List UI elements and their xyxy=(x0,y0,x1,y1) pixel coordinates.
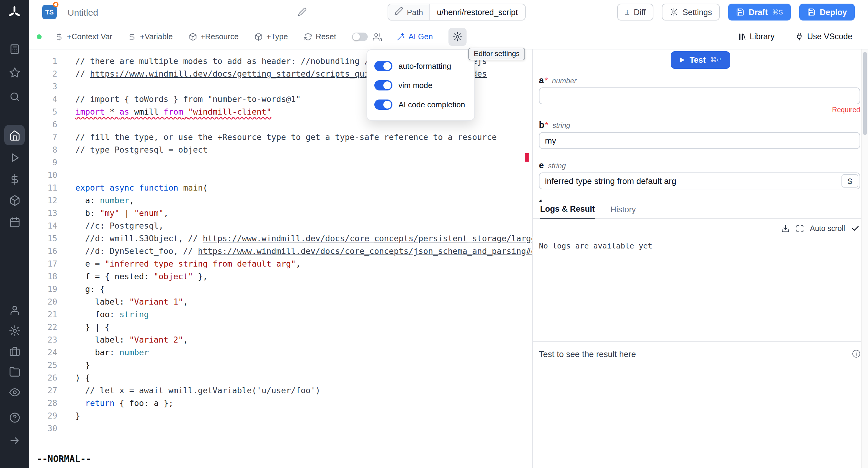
favorites-star-icon[interactable] xyxy=(8,66,21,79)
code-line[interactable]: 19 g: { xyxy=(29,283,532,295)
settings-button[interactable]: Settings xyxy=(662,4,720,21)
code-line[interactable]: 18 f = { nested: "object" }, xyxy=(29,270,532,283)
info-icon[interactable] xyxy=(852,349,861,358)
code-line[interactable]: 9 xyxy=(29,156,532,169)
field-b-type: string xyxy=(553,121,570,130)
code-line[interactable]: 24 bar: number xyxy=(29,346,532,359)
code-line[interactable]: 8// type Postgresql = object xyxy=(29,144,532,156)
code-line[interactable]: 21 foo: string xyxy=(29,308,532,321)
library-button[interactable]: Library xyxy=(738,32,775,41)
pencil-icon xyxy=(394,7,403,18)
tab-history[interactable]: History xyxy=(611,205,636,218)
context-var-label: +Context Var xyxy=(67,32,113,41)
line-number: 23 xyxy=(29,333,57,346)
auto-formatting-toggle[interactable] xyxy=(374,61,393,71)
add-context-var-button[interactable]: +Context Var xyxy=(55,32,113,41)
dollar-icon xyxy=(128,32,136,41)
deploy-icon xyxy=(807,8,815,16)
field-b-input[interactable] xyxy=(539,132,860,149)
code-line[interactable]: 30 xyxy=(29,422,532,435)
windmill-logo-icon[interactable] xyxy=(7,5,22,20)
variables-icon[interactable] xyxy=(8,173,21,185)
resources-box-icon[interactable] xyxy=(8,194,21,206)
code-line[interactable]: 15 //d: wmill.S3Object, // https://www.w… xyxy=(29,232,532,245)
tab-logs-result[interactable]: Logs & Result xyxy=(540,204,595,219)
workers-briefcase-icon[interactable] xyxy=(8,345,21,357)
field-a-input[interactable] xyxy=(539,87,860,104)
audit-eye-icon[interactable] xyxy=(8,386,21,398)
search-icon[interactable] xyxy=(8,90,21,103)
path-value[interactable]: u/henri/restored_script xyxy=(430,7,525,17)
help-icon[interactable] xyxy=(8,411,21,423)
topbar-actions: ± Diff Settings Draft ⌘S Deploy xyxy=(617,4,855,21)
setting-vim-mode: vim mode xyxy=(374,76,467,95)
auto-formatting-label: auto-formatting xyxy=(398,61,451,70)
code-line[interactable]: 16 //d: DynSelect_foo, // https://www.wi… xyxy=(29,245,532,258)
add-variable-button[interactable]: +Variable xyxy=(128,32,173,41)
expand-sidebar-arrow-icon[interactable] xyxy=(8,434,21,446)
add-resource-button[interactable]: +Resource xyxy=(188,32,239,41)
code-line[interactable]: 13 b: "my" | "enum", xyxy=(29,207,532,220)
script-title: Untitled xyxy=(67,7,98,18)
test-button[interactable]: Test ⌘↵ xyxy=(671,51,730,69)
folders-icon[interactable] xyxy=(8,365,21,378)
code-line[interactable]: 17 e = "inferred type string from defaul… xyxy=(29,258,532,270)
field-e-input[interactable] xyxy=(539,173,860,189)
code-line[interactable]: 29} xyxy=(29,409,532,422)
code-line[interactable]: 14 //c: Postgresql, xyxy=(29,220,532,232)
result-area: Test to see the result here xyxy=(533,341,868,359)
user-icon[interactable] xyxy=(8,304,21,316)
field-a-name: a xyxy=(539,75,544,85)
settings-label: Settings xyxy=(683,7,712,17)
line-number: 25 xyxy=(29,359,57,372)
line-number: 27 xyxy=(29,384,57,397)
deploy-button[interactable]: Deploy xyxy=(799,4,855,21)
settings-gear-icon[interactable] xyxy=(8,324,21,337)
download-logs-icon[interactable] xyxy=(781,224,789,233)
code-line[interactable]: 26) { xyxy=(29,372,532,384)
code-line[interactable]: 7// fill the type, or use the +Resource … xyxy=(29,131,532,144)
draft-kbd: ⌘S xyxy=(772,8,783,16)
box-icon xyxy=(254,32,263,41)
code-line[interactable]: 11export async function main( xyxy=(29,181,532,194)
diff-button[interactable]: ± Diff xyxy=(617,4,653,21)
path-chip[interactable]: Path u/henri/restored_script xyxy=(388,4,526,21)
ai-completion-toggle[interactable] xyxy=(374,99,393,110)
path-edit-button[interactable]: Path xyxy=(388,4,430,20)
vim-mode-toggle[interactable] xyxy=(374,80,393,90)
apps-icon[interactable] xyxy=(8,43,21,55)
code-line[interactable]: 25 } xyxy=(29,359,532,372)
code-line[interactable]: 22 } | { xyxy=(29,321,532,333)
gear-icon xyxy=(670,8,678,16)
line-number: 6 xyxy=(29,118,57,131)
use-vscode-button[interactable]: Use VScode xyxy=(795,32,852,41)
runs-icon[interactable] xyxy=(8,151,21,164)
editor-settings-button[interactable] xyxy=(448,27,467,46)
line-number: 14 xyxy=(29,220,57,232)
expand-logs-icon[interactable] xyxy=(795,224,804,233)
draft-button[interactable]: Draft ⌘S xyxy=(728,4,791,21)
required-marker: * xyxy=(545,76,548,85)
code-line[interactable]: 23 label: "Variant 2", xyxy=(29,333,532,346)
scrollbar-thumb[interactable] xyxy=(863,52,867,135)
code-line[interactable]: 27 // let x = await wmill.getVariable('u… xyxy=(29,384,532,397)
add-type-button[interactable]: +Type xyxy=(254,32,288,41)
field-e-name: e xyxy=(539,160,544,170)
code-line[interactable]: 20 label: "Variant 1", xyxy=(29,295,532,308)
auto-scroll-check-icon[interactable] xyxy=(851,224,860,233)
edit-summary-pencil-icon[interactable] xyxy=(298,7,307,19)
field-e-var-picker-button[interactable]: $ xyxy=(841,174,858,187)
ai-gen-button[interactable]: AI Gen xyxy=(396,32,433,41)
schedules-calendar-icon[interactable] xyxy=(8,216,21,228)
panel-scrollbar[interactable] xyxy=(861,50,868,468)
editor-settings-tooltip: Editor settings xyxy=(468,48,525,60)
reset-button[interactable]: Reset xyxy=(304,32,336,41)
code-line[interactable]: 12 a: number, xyxy=(29,194,532,207)
home-icon[interactable] xyxy=(4,125,25,145)
multiplayer-toggle[interactable] xyxy=(352,32,367,41)
code-line[interactable]: 10 xyxy=(29,169,532,181)
sidebar xyxy=(0,0,29,468)
code-line[interactable]: 28 return { foo: a }; xyxy=(29,397,532,409)
diff-icon: ± xyxy=(625,8,629,16)
line-number: 18 xyxy=(29,270,57,283)
